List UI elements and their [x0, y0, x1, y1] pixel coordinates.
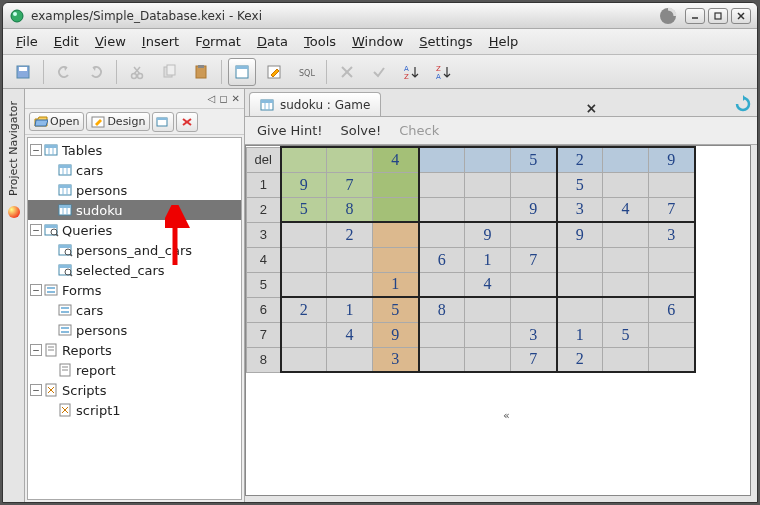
sudoku-cell[interactable] [465, 322, 511, 347]
sudoku-cell[interactable] [419, 347, 465, 372]
sudoku-cell[interactable] [603, 222, 649, 247]
sudoku-cell[interactable] [649, 172, 695, 197]
sudoku-cell[interactable]: 4 [373, 147, 419, 172]
sudoku-cell[interactable] [327, 272, 373, 297]
sudoku-cell[interactable]: 1 [327, 297, 373, 322]
sudoku-cell[interactable]: 9 [557, 222, 603, 247]
sudoku-cell[interactable]: 5 [281, 197, 327, 222]
solve-button[interactable]: Solve! [340, 123, 381, 138]
nav-new-button[interactable] [152, 112, 174, 132]
sudoku-cell[interactable]: 9 [511, 197, 557, 222]
sudoku-cell[interactable]: 4 [327, 322, 373, 347]
sort-asc-icon[interactable]: AZ [397, 58, 425, 86]
sudoku-cell[interactable]: 7 [511, 247, 557, 272]
sudoku-cell[interactable] [327, 247, 373, 272]
sudoku-cell[interactable] [465, 197, 511, 222]
menu-edit[interactable]: Edit [47, 32, 86, 51]
sudoku-cell[interactable]: 4 [603, 197, 649, 222]
refresh-icon[interactable] [733, 94, 753, 114]
tree-item-cars[interactable]: cars [28, 160, 241, 180]
tree-group-reports[interactable]: −Reports [28, 340, 241, 360]
sudoku-cell[interactable] [603, 147, 649, 172]
save-icon[interactable] [9, 58, 37, 86]
sudoku-cell[interactable]: 3 [511, 322, 557, 347]
paste-icon[interactable] [187, 58, 215, 86]
sudoku-cell[interactable] [281, 147, 327, 172]
redo-icon[interactable] [82, 58, 110, 86]
tree-toggle-icon[interactable]: − [30, 224, 42, 236]
tree-item-script1[interactable]: script1 [28, 400, 241, 420]
tree-item-persons[interactable]: persons [28, 180, 241, 200]
tree-toggle-icon[interactable]: − [30, 344, 42, 356]
sudoku-cell[interactable]: 7 [511, 347, 557, 372]
tree-item-sudoku[interactable]: sudoku [28, 200, 241, 220]
close-button[interactable] [731, 8, 751, 24]
sudoku-cell[interactable]: 5 [557, 172, 603, 197]
sudoku-cell[interactable] [557, 272, 603, 297]
check-button[interactable]: Check [399, 123, 439, 138]
sudoku-cell[interactable]: 9 [373, 322, 419, 347]
sudoku-cell[interactable]: 9 [649, 147, 695, 172]
sudoku-cell[interactable] [649, 347, 695, 372]
cut-icon[interactable] [123, 58, 151, 86]
sudoku-cell[interactable] [327, 347, 373, 372]
sudoku-cell[interactable] [373, 222, 419, 247]
sudoku-cell[interactable] [281, 322, 327, 347]
sudoku-cell[interactable] [557, 297, 603, 322]
sudoku-cell[interactable] [511, 272, 557, 297]
sidebar-tab[interactable]: Project Navigator [3, 89, 25, 502]
object-tree[interactable]: −Tablescarspersonssudoku−Queriespersons_… [27, 137, 242, 500]
sudoku-cell[interactable] [603, 272, 649, 297]
sudoku-cell[interactable] [465, 297, 511, 322]
sudoku-cell[interactable]: 7 [327, 172, 373, 197]
sudoku-cell[interactable] [511, 172, 557, 197]
sudoku-cell[interactable]: 2 [327, 222, 373, 247]
sudoku-cell[interactable]: 8 [419, 297, 465, 322]
sudoku-cell[interactable]: 9 [281, 172, 327, 197]
sudoku-cell[interactable] [603, 172, 649, 197]
sudoku-cell[interactable] [465, 172, 511, 197]
menu-tools[interactable]: Tools [297, 32, 343, 51]
sudoku-cell[interactable] [419, 147, 465, 172]
tree-group-forms[interactable]: −Forms [28, 280, 241, 300]
tree-group-queries[interactable]: −Queries [28, 220, 241, 240]
sudoku-cell[interactable]: 3 [373, 347, 419, 372]
menu-insert[interactable]: Insert [135, 32, 186, 51]
sudoku-cell[interactable]: 6 [419, 247, 465, 272]
tab-sudoku-game[interactable]: sudoku : Game [249, 92, 381, 116]
tree-item-persons[interactable]: persons [28, 320, 241, 340]
undock-icon[interactable]: ◻ [219, 93, 227, 104]
sql-view-icon[interactable]: SQL [292, 58, 320, 86]
sudoku-board[interactable]: del4529197525893473299346175146215867493… [245, 145, 751, 496]
sudoku-cell[interactable] [419, 322, 465, 347]
sudoku-cell[interactable] [419, 272, 465, 297]
tree-toggle-icon[interactable]: − [30, 284, 42, 296]
sudoku-cell[interactable]: 7 [649, 197, 695, 222]
sudoku-cell[interactable] [419, 222, 465, 247]
give-hint-button[interactable]: Give Hint! [257, 123, 322, 138]
nav-design-button[interactable]: Design [86, 112, 150, 131]
sudoku-cell[interactable] [281, 272, 327, 297]
tree-item-cars[interactable]: cars [28, 300, 241, 320]
sudoku-cell[interactable] [327, 147, 373, 172]
sudoku-cell[interactable]: 9 [465, 222, 511, 247]
menu-settings[interactable]: Settings [412, 32, 479, 51]
menu-window[interactable]: Window [345, 32, 410, 51]
sudoku-cell[interactable] [511, 297, 557, 322]
menu-help[interactable]: Help [482, 32, 526, 51]
tree-group-tables[interactable]: −Tables [28, 140, 241, 160]
sudoku-cell[interactable] [419, 197, 465, 222]
sudoku-cell[interactable] [373, 247, 419, 272]
tree-group-scripts[interactable]: −Scripts [28, 380, 241, 400]
sudoku-cell[interactable]: 5 [603, 322, 649, 347]
sudoku-cell[interactable]: 2 [281, 297, 327, 322]
sudoku-cell[interactable]: 2 [557, 147, 603, 172]
sudoku-cell[interactable] [603, 347, 649, 372]
sudoku-cell[interactable] [373, 172, 419, 197]
sudoku-cell[interactable]: 3 [557, 197, 603, 222]
accept-icon[interactable] [365, 58, 393, 86]
sudoku-cell[interactable] [281, 347, 327, 372]
close-panel-icon[interactable]: ✕ [232, 93, 240, 104]
sort-desc-icon[interactable]: ZA [429, 58, 457, 86]
sudoku-cell[interactable] [281, 222, 327, 247]
